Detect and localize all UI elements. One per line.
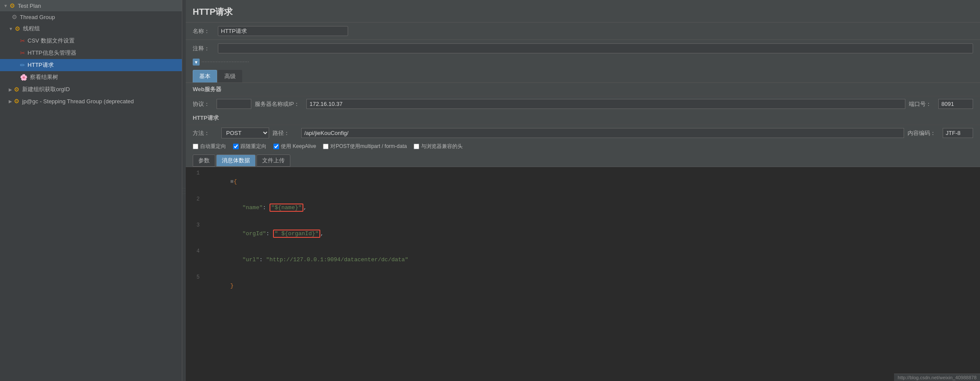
sidebar-item-jp-gc[interactable]: ▶ ⚙ jp@gc - Stepping Thread Group (depre… bbox=[0, 95, 182, 107]
gear-icon: ⚙ bbox=[14, 86, 20, 93]
sidebar-item-label: jp@gc - Stepping Thread Group (deprecate… bbox=[22, 98, 134, 105]
name-input[interactable] bbox=[218, 26, 348, 36]
sidebar-item-thread-group-cn[interactable]: ▼ ⚙ 线程组 bbox=[0, 23, 182, 35]
arrow-icon: ▼ bbox=[9, 26, 13, 31]
sidebar-item-label: 线程组 bbox=[23, 25, 40, 33]
collapse-bar[interactable]: ▼ ⋯⋯⋯⋯⋯⋯⋯⋯⋯⋯ bbox=[186, 57, 980, 67]
auto-redirect-label: 自动重定向 bbox=[200, 143, 226, 150]
arrow-icon bbox=[16, 39, 18, 43]
multipart-input[interactable] bbox=[323, 144, 329, 149]
sidebar-item-label: HTTP信息头管理器 bbox=[28, 49, 76, 57]
flower-icon: 🌸 bbox=[20, 74, 27, 81]
browser-compat-checkbox[interactable]: 与浏览器兼容的头 bbox=[414, 143, 463, 150]
pencil-icon: ✏ bbox=[20, 62, 25, 69]
arrow-icon: ▶ bbox=[9, 99, 12, 104]
sidebar-item-test-plan[interactable]: ▼ ⚙ Test Plan bbox=[0, 0, 182, 11]
line-content-1: ■{ bbox=[203, 169, 237, 195]
protocol-label: 协议： bbox=[193, 100, 210, 108]
sidebar-item-label: Test Plan bbox=[18, 3, 41, 9]
protocol-input[interactable] bbox=[217, 99, 251, 109]
name-row: 名称： bbox=[186, 23, 980, 40]
follow-redirect-input[interactable] bbox=[233, 144, 239, 149]
sidebar-item-http-request[interactable]: ✏ HTTP请求 bbox=[0, 59, 182, 71]
server-row: 协议： 服务器名称或IP： 端口号： bbox=[186, 96, 980, 112]
checkbox-row: 自动重定向 跟随重定向 使用 KeepAlive 对POST使用multipar… bbox=[186, 141, 980, 152]
code-editor[interactable]: 1 ■{ 2 "name": "${name}", 3 "orgId": " $… bbox=[186, 167, 980, 381]
sidebar-item-new-org[interactable]: ▶ ⚙ 新建组织获取orgID bbox=[0, 83, 182, 95]
line-num-3: 3 bbox=[189, 221, 200, 230]
port-input[interactable] bbox=[938, 99, 973, 109]
gear-icon: ⚙ bbox=[15, 25, 20, 32]
tab-body-data[interactable]: 消息体数据 bbox=[216, 154, 256, 167]
path-input[interactable] bbox=[301, 128, 904, 138]
auto-redirect-checkbox[interactable]: 自动重定向 bbox=[193, 143, 226, 150]
status-bar: http://blog.csdn.net/weixin_40988878 bbox=[894, 374, 980, 381]
tab-params[interactable]: 参数 bbox=[193, 154, 215, 167]
body-tabs: 参数 消息体数据 文件上传 bbox=[186, 152, 980, 167]
browser-compat-input[interactable] bbox=[414, 144, 419, 149]
follow-redirect-checkbox[interactable]: 跟随重定向 bbox=[233, 143, 266, 150]
arrow-icon bbox=[16, 63, 18, 68]
line-num-4: 4 bbox=[189, 247, 200, 256]
tab-basic[interactable]: 基本 bbox=[193, 70, 217, 82]
server-label: 服务器名称或IP： bbox=[255, 100, 299, 108]
page-title: HTTP请求 bbox=[186, 0, 980, 23]
gear-icon: ⚙ bbox=[14, 98, 20, 105]
arrow-icon: ▶ bbox=[9, 87, 12, 92]
sidebar-item-label: 察看结果树 bbox=[30, 73, 58, 81]
collapse-hint: ⋯⋯⋯⋯⋯⋯⋯⋯⋯⋯ bbox=[201, 59, 249, 65]
multipart-label: 对POST使用multipart / form-data bbox=[330, 143, 407, 150]
line-content-2: "name": "${name}", bbox=[203, 195, 307, 221]
keepalive-input[interactable] bbox=[273, 144, 279, 149]
tab-file-upload[interactable]: 文件上传 bbox=[257, 154, 290, 167]
resize-handle[interactable]: ⋮⋮⋮ bbox=[182, 0, 186, 381]
arrow-icon bbox=[9, 15, 10, 20]
arrow-icon bbox=[16, 75, 18, 80]
line-num-1: 1 bbox=[189, 169, 200, 177]
code-line-4: 4 "url": "http://127.0.0.1:9094/datacent… bbox=[186, 247, 980, 273]
line-content-3: "orgId": " ${organId}", bbox=[203, 221, 324, 247]
http-row: 方法： POST GET PUT DELETE 路径： 内容编码： bbox=[186, 125, 980, 141]
line-num-5: 5 bbox=[189, 273, 200, 282]
sidebar: ▼ ⚙ Test Plan ⚙ Thread Group ▼ ⚙ 线程组 ✂ C… bbox=[0, 0, 182, 381]
sidebar-item-http-header[interactable]: ✂ HTTP信息头管理器 bbox=[0, 47, 182, 59]
main-tabs: 基本 高级 bbox=[186, 67, 980, 83]
sidebar-item-label: HTTP请求 bbox=[28, 61, 54, 69]
line-content-4: "url": "http://127.0.0.1:9094/datacenter… bbox=[203, 247, 408, 273]
gear-icon: ⚙ bbox=[10, 2, 15, 9]
sidebar-item-label: Thread Group bbox=[20, 14, 55, 20]
scissors-icon: ✂ bbox=[20, 49, 25, 56]
code-line-2: 2 "name": "${name}", bbox=[186, 195, 980, 221]
sidebar-item-result-tree[interactable]: 🌸 察看结果树 bbox=[0, 71, 182, 83]
tab-advanced[interactable]: 高级 bbox=[218, 70, 242, 82]
code-line-3: 3 "orgId": " ${organId}", bbox=[186, 221, 980, 247]
multipart-checkbox[interactable]: 对POST使用multipart / form-data bbox=[323, 143, 407, 150]
encoding-label: 内容编码： bbox=[908, 129, 936, 137]
sidebar-item-label: CSV 数据文件设置 bbox=[28, 37, 75, 45]
gear-icon: ⚙ bbox=[12, 13, 17, 20]
server-input[interactable] bbox=[306, 99, 905, 109]
arrow-icon bbox=[16, 51, 18, 56]
port-label: 端口号： bbox=[909, 100, 931, 108]
browser-compat-label: 与浏览器兼容的头 bbox=[421, 143, 463, 150]
comment-row: 注释： bbox=[186, 40, 980, 57]
name-label: 名称： bbox=[193, 27, 214, 35]
comment-label: 注释： bbox=[193, 45, 214, 53]
path-label: 路径： bbox=[273, 129, 294, 137]
auto-redirect-input[interactable] bbox=[193, 144, 198, 149]
line-num-2: 2 bbox=[189, 195, 200, 204]
web-server-header: Web服务器 bbox=[186, 83, 980, 96]
sidebar-item-thread-group[interactable]: ⚙ Thread Group bbox=[0, 11, 182, 23]
line-content-5: } bbox=[203, 273, 233, 299]
main-panel: HTTP请求 名称： 注释： ▼ ⋯⋯⋯⋯⋯⋯⋯⋯⋯⋯ 基本 高级 Web服务器… bbox=[186, 0, 980, 381]
method-select[interactable]: POST GET PUT DELETE bbox=[221, 128, 269, 138]
sidebar-item-csv[interactable]: ✂ CSV 数据文件设置 bbox=[0, 35, 182, 47]
arrow-icon: ▼ bbox=[3, 3, 8, 8]
code-line-1: 1 ■{ bbox=[186, 169, 980, 195]
comment-input[interactable] bbox=[218, 43, 973, 53]
encoding-input[interactable] bbox=[943, 128, 973, 138]
scissors-icon: ✂ bbox=[20, 37, 25, 44]
keepalive-checkbox[interactable]: 使用 KeepAlive bbox=[273, 143, 316, 150]
collapse-icon: ▼ bbox=[193, 59, 200, 66]
keepalive-label: 使用 KeepAlive bbox=[281, 143, 316, 150]
